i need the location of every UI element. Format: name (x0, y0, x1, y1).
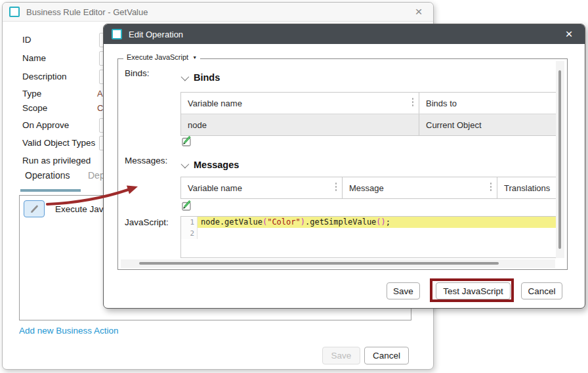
edit-operation-button[interactable] (24, 200, 45, 217)
messages-table: Variable name Message Translations (180, 177, 556, 199)
binds-section-title: Binds (194, 72, 220, 83)
binds-table-row[interactable]: node Current Object (181, 114, 556, 135)
pencil-icon (29, 204, 39, 214)
messages-label: Messages: (125, 156, 167, 165)
javascript-code-editor[interactable]: 1 node.getValue("Color").getSimpleValue(… (180, 216, 556, 258)
binds-table: Variable name Binds to node Current Obje… (180, 92, 556, 136)
code-text[interactable]: node.getValue("Color").getSimpleValue(); (198, 217, 556, 228)
description-label: Description (22, 70, 67, 84)
valid-object-types-label: Valid Object Types (22, 136, 95, 150)
add-new-business-action-link[interactable]: Add new Business Action (19, 326, 119, 336)
operation-type-label: Execute JavaScript (127, 53, 188, 61)
messages-col-variable-name[interactable]: Variable name (181, 177, 343, 198)
close-icon[interactable]: × (411, 3, 427, 20)
column-menu-icon[interactable] (490, 183, 492, 191)
chevron-down-icon (181, 160, 190, 168)
javascript-label: JavaScript: (125, 217, 169, 227)
horizontal-scrollbar[interactable] (121, 259, 555, 268)
bind-binds-to-cell[interactable]: Current Object (419, 114, 556, 135)
chevron-down-icon (181, 72, 190, 81)
tab-operations[interactable]: Operations (25, 170, 70, 181)
id-label: ID (22, 33, 32, 47)
on-approve-label: On Approve (22, 118, 69, 133)
edit-operation-dialog: Edit Operation × Execute JavaScript ▼ Bi… (103, 24, 585, 309)
binds-col-variable-name[interactable]: Variable name (181, 93, 419, 114)
operation-type-dropdown[interactable]: Execute JavaScript ▼ (123, 53, 200, 61)
binds-header-row: Variable name Binds to (181, 93, 556, 114)
execute-javascript-groupbox: Execute JavaScript ▼ Binds: Binds Variab… (117, 58, 568, 270)
hscroll-thumb[interactable] (139, 262, 499, 265)
messages-section-title: Messages (194, 160, 239, 170)
cancel-button[interactable]: Cancel (364, 347, 409, 364)
test-javascript-button[interactable]: Test JavaScript (436, 282, 511, 299)
add-message-icon[interactable] (180, 200, 192, 211)
vertical-scrollbar[interactable] (556, 61, 564, 258)
operation-label: Execute Jav (55, 204, 104, 214)
line-number: 2 (181, 228, 198, 239)
dialog-cancel-button[interactable]: Cancel (521, 282, 562, 299)
messages-col-message[interactable]: Message (343, 177, 497, 198)
binds-label: Binds: (125, 68, 150, 78)
dialog-close-icon[interactable]: × (561, 25, 577, 43)
dropdown-arrow-icon: ▼ (192, 55, 197, 60)
messages-col-translations[interactable]: Translations (497, 177, 556, 198)
app-icon (9, 7, 20, 17)
scope-label: Scope (22, 101, 47, 116)
line-number: 1 (181, 217, 198, 228)
binds-section-header[interactable]: Binds (181, 72, 220, 83)
type-value: A (97, 87, 103, 101)
code-line-2[interactable]: 2 (181, 228, 556, 239)
binds-col-binds-to[interactable]: Binds to (419, 93, 556, 114)
dialog-save-button[interactable]: Save (387, 282, 420, 299)
window-title: Business Rule Editor - GetValue (26, 7, 411, 17)
tab-dependencies[interactable]: Dep (88, 170, 105, 181)
dialog-title: Edit Operation (129, 30, 561, 39)
code-line-1[interactable]: 1 node.getValue("Color").getSimpleValue(… (181, 217, 556, 228)
save-button-disabled: Save (322, 347, 360, 364)
window-titlebar[interactable]: Business Rule Editor - GetValue × (3, 3, 433, 22)
dialog-app-icon (112, 29, 122, 39)
column-menu-icon[interactable] (335, 183, 337, 191)
vscroll-thumb[interactable] (558, 70, 561, 249)
messages-section-header[interactable]: Messages (181, 160, 239, 170)
active-tab-underline (20, 189, 81, 192)
type-label: Type (22, 87, 41, 101)
bind-variable-name-cell[interactable]: node (181, 114, 419, 135)
scope-value: C (97, 101, 103, 116)
dialog-titlebar[interactable]: Edit Operation × (104, 24, 585, 44)
name-label: Name (22, 51, 46, 66)
add-bind-icon[interactable] (180, 135, 192, 147)
column-menu-icon[interactable] (412, 98, 414, 106)
run-as-privileged-label: Run as privileged (22, 154, 91, 168)
messages-header-row: Variable name Message Translations (181, 177, 556, 198)
